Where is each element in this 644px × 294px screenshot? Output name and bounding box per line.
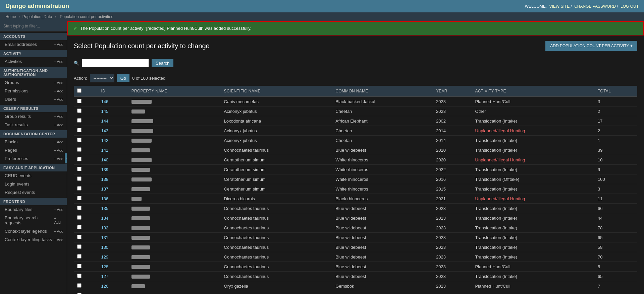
row-id-link[interactable]: 142 xyxy=(101,138,108,143)
row-id-link[interactable]: 143 xyxy=(101,128,108,133)
search-button[interactable]: Search xyxy=(152,59,173,67)
change-password-link[interactable]: CHANGE PASSWORD xyxy=(574,4,616,9)
row-id-link[interactable]: 140 xyxy=(101,157,108,162)
row-checkbox[interactable] xyxy=(77,167,82,171)
sidebar-item-6-0[interactable]: Boundary files+ Add xyxy=(0,205,67,214)
collapse-toggle[interactable]: « xyxy=(65,153,67,163)
row-checkbox[interactable] xyxy=(77,196,82,200)
row-checkbox[interactable] xyxy=(77,138,82,142)
sidebar-add-link-6-0[interactable]: + Add xyxy=(54,208,63,212)
sidebar-item-link-0-0[interactable]: Email addresses xyxy=(5,42,37,47)
search-input[interactable] xyxy=(82,59,149,67)
row-checkbox[interactable] xyxy=(77,274,82,278)
sidebar-item-link-5-1[interactable]: Login events xyxy=(5,181,30,187)
sidebar-item-2-0[interactable]: Groups+ Add xyxy=(0,78,67,87)
sidebar-add-link-4-2[interactable]: + Add xyxy=(54,157,63,161)
row-id-link[interactable]: 131 xyxy=(101,235,108,240)
row-checkbox[interactable] xyxy=(77,147,82,152)
sidebar-add-link-2-1[interactable]: + Add xyxy=(54,89,63,93)
row-id-link[interactable]: 141 xyxy=(101,148,108,153)
go-button[interactable]: Go xyxy=(117,74,129,82)
row-id-link[interactable]: 136 xyxy=(101,196,108,201)
row-checkbox[interactable] xyxy=(77,264,82,268)
row-id-link[interactable]: 134 xyxy=(101,216,108,221)
sidebar-item-link-4-0[interactable]: Blocks xyxy=(5,139,17,144)
sidebar-item-link-6-2[interactable]: Context layer legends xyxy=(5,229,47,234)
sidebar-item-link-6-0[interactable]: Boundary files xyxy=(5,207,32,212)
row-id-link[interactable]: 132 xyxy=(101,225,108,230)
sidebar-add-link-0-0[interactable]: + Add xyxy=(54,43,63,47)
row-checkbox[interactable] xyxy=(77,128,82,132)
sidebar-add-link-2-0[interactable]: + Add xyxy=(54,81,63,85)
sidebar-item-2-1[interactable]: Permissions+ Add xyxy=(0,87,67,95)
row-checkbox[interactable] xyxy=(77,206,82,210)
sidebar-add-link-4-0[interactable]: + Add xyxy=(54,140,63,144)
row-checkbox[interactable] xyxy=(77,186,82,191)
breadcrumb-home[interactable]: Home xyxy=(5,14,16,19)
sidebar-item-link-6-1[interactable]: Boundary search requests xyxy=(5,215,54,225)
row-checkbox[interactable] xyxy=(77,176,82,181)
sidebar-item-link-6-3[interactable]: Context layer tiling tasks xyxy=(5,237,52,242)
breadcrumb-population-data[interactable]: Population_Data xyxy=(22,14,52,19)
row-id-link[interactable]: 144 xyxy=(101,119,108,124)
sidebar-item-1-0[interactable]: Activities+ Add xyxy=(0,57,67,66)
sidebar-item-link-4-2[interactable]: Preferences xyxy=(5,156,28,161)
select-all-checkbox[interactable] xyxy=(77,88,82,93)
row-id-link[interactable]: 130 xyxy=(101,245,108,250)
row-id-link[interactable]: 138 xyxy=(101,177,108,182)
sidebar-item-4-1[interactable]: Pages+ Add xyxy=(0,146,67,154)
row-id-link[interactable]: 137 xyxy=(101,187,108,192)
row-id-link[interactable]: 146 xyxy=(101,99,108,104)
row-checkbox[interactable] xyxy=(77,244,82,249)
sidebar-item-4-2[interactable]: Preferences+ Add xyxy=(0,154,67,163)
sidebar-item-6-3[interactable]: Context layer tiling tasks+ Add xyxy=(0,235,67,244)
sidebar-add-link-4-1[interactable]: + Add xyxy=(54,148,63,152)
row-id-link[interactable]: 129 xyxy=(101,254,108,260)
sidebar-item-4-0[interactable]: Blocks+ Add xyxy=(0,138,67,146)
sidebar-add-link-6-1[interactable]: + Add xyxy=(54,216,63,224)
row-checkbox[interactable] xyxy=(77,235,82,239)
view-site-link[interactable]: VIEW SITE xyxy=(549,4,570,9)
add-population-count-button[interactable]: ADD POPULATION COUNT PER ACTIVITY + xyxy=(545,41,637,51)
sidebar-item-2-2[interactable]: Users+ Add xyxy=(0,95,67,103)
row-checkbox[interactable] xyxy=(77,118,82,123)
row-checkbox[interactable] xyxy=(77,283,82,288)
sidebar-item-6-2[interactable]: Context layer legends+ Add xyxy=(0,227,67,235)
sidebar-item-5-2[interactable]: Request events xyxy=(0,188,67,197)
row-checkbox[interactable] xyxy=(77,215,82,220)
row-id-link[interactable]: 135 xyxy=(101,206,108,211)
sidebar-item-link-3-0[interactable]: Group results xyxy=(5,114,31,119)
sidebar-add-link-2-2[interactable]: + Add xyxy=(54,97,63,101)
sidebar-add-link-6-3[interactable]: + Add xyxy=(54,238,63,242)
sidebar-item-link-5-2[interactable]: Request events xyxy=(5,190,35,195)
sidebar-item-3-1[interactable]: Task results+ Add xyxy=(0,121,67,129)
log-out-link[interactable]: LOG OUT xyxy=(621,4,639,9)
sidebar-item-link-3-1[interactable]: Task results xyxy=(5,122,28,127)
sidebar-add-link-6-2[interactable]: + Add xyxy=(54,229,63,233)
row-checkbox[interactable] xyxy=(77,225,82,229)
row-checkbox[interactable] xyxy=(77,157,82,161)
sidebar-item-6-1[interactable]: Boundary search requests+ Add xyxy=(0,214,67,227)
row-id-link[interactable]: 127 xyxy=(101,274,108,279)
sidebar-item-link-4-1[interactable]: Pages xyxy=(5,148,17,153)
sidebar-item-link-2-0[interactable]: Groups xyxy=(5,80,19,85)
sidebar-item-5-1[interactable]: Login events xyxy=(0,180,67,188)
row-checkbox[interactable] xyxy=(77,108,82,113)
sidebar-add-link-3-1[interactable]: + Add xyxy=(54,123,63,127)
sidebar-item-link-2-2[interactable]: Users xyxy=(5,97,16,102)
row-id-link[interactable]: 145 xyxy=(101,109,108,114)
sidebar-add-link-1-0[interactable]: + Add xyxy=(54,60,63,64)
row-id-link[interactable]: 128 xyxy=(101,264,108,269)
row-checkbox[interactable] xyxy=(77,99,82,103)
sidebar-item-0-0[interactable]: Email addresses+ Add xyxy=(0,40,67,49)
sidebar-add-link-3-0[interactable]: + Add xyxy=(54,115,63,119)
sidebar-item-3-0[interactable]: Group results+ Add xyxy=(0,112,67,121)
sidebar-filter-input[interactable] xyxy=(0,21,67,31)
row-id-link[interactable]: 126 xyxy=(101,284,108,289)
sidebar-item-link-2-1[interactable]: Permissions xyxy=(5,88,29,93)
sidebar-item-link-5-0[interactable]: CRUD events xyxy=(5,173,31,178)
row-id-link[interactable]: 139 xyxy=(101,167,108,172)
row-checkbox[interactable] xyxy=(77,254,82,259)
sidebar-item-link-1-0[interactable]: Activities xyxy=(5,59,22,64)
sidebar-item-5-0[interactable]: CRUD events xyxy=(0,171,67,180)
